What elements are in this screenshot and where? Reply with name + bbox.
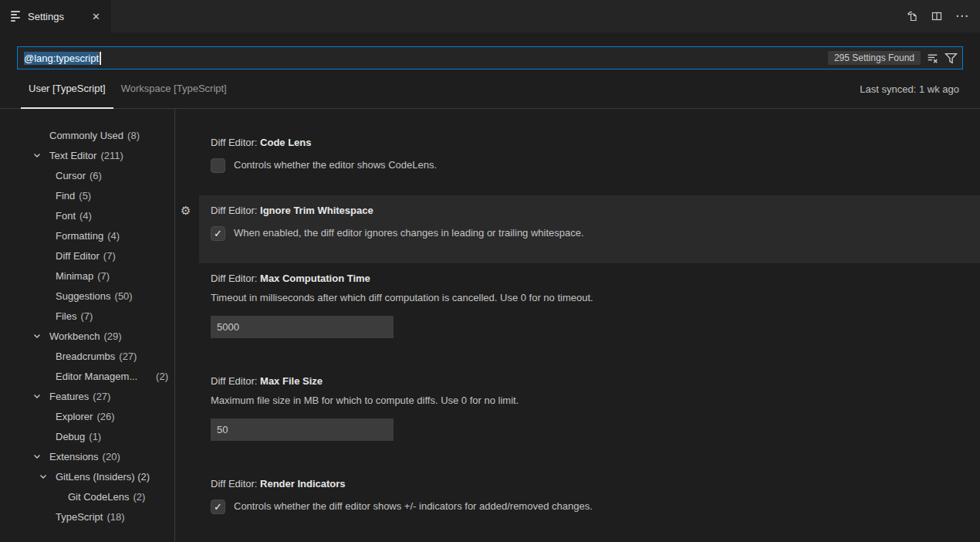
toc-item[interactable]: Features(27) (0, 386, 170, 406)
chevron-down-icon (32, 391, 49, 401)
setting-name: Ignore Trim Whitespace (260, 205, 373, 216)
toc-item[interactable]: Extensions(20) (0, 446, 170, 466)
checkbox-unchecked[interactable] (211, 158, 225, 173)
toc-item-label: GitLens (Insiders) (2) (56, 471, 150, 483)
setting-title: Diff Editor: Render Indicators (211, 476, 961, 492)
toc-item-label: Diff Editor (56, 250, 100, 262)
toc-item-count: (4) (79, 210, 92, 222)
close-icon[interactable]: ✕ (89, 9, 103, 24)
toc-item[interactable]: Suggestions(50) (0, 286, 170, 306)
toc-item[interactable]: Breadcrumbs(27) (0, 346, 170, 366)
toc-item[interactable]: Diff Editor(7) (0, 246, 170, 266)
toc-item[interactable]: Commonly Used(8) (0, 125, 170, 145)
scope-tab[interactable]: Workspace [TypeScript] (113, 69, 235, 109)
scope-tab[interactable]: User [TypeScript] (21, 69, 113, 109)
open-settings-json-icon[interactable] (906, 10, 918, 22)
toc-item[interactable]: Git CodeLens(2) (0, 486, 170, 506)
setting-category: Diff Editor: (211, 375, 260, 387)
setting-value-input[interactable] (211, 316, 394, 338)
toc-item[interactable]: Workbench(29) (0, 326, 170, 346)
toc-item[interactable]: Find(5) (0, 185, 170, 205)
toc-item-count: (50) (115, 290, 133, 302)
settings-editor: Settings ✕ ⋯ (0, 0, 980, 542)
toc-item[interactable]: GitLens (Insiders) (2) (0, 466, 170, 486)
search-controls: 295 Settings Found (828, 51, 958, 65)
tab-settings[interactable]: Settings ✕ (0, 0, 111, 32)
toc-item-count: (7) (97, 270, 110, 282)
setting-name: Max File Size (260, 375, 323, 387)
setting-category: Diff Editor: (211, 273, 260, 284)
toc-item-label: Debug (56, 431, 85, 442)
setting-description: Timeout in milliseconds after which diff… (211, 290, 961, 306)
setting-name: Code Lens (260, 137, 311, 148)
toc-item[interactable]: TypeScript(18) (0, 506, 170, 527)
filter-icon[interactable] (945, 52, 958, 65)
setting-control-line: ✓When enabled, the diff editor ignores c… (211, 225, 961, 241)
setting-row: Diff Editor: Code LensControls whether t… (199, 127, 980, 195)
toc-item-label: Find (56, 190, 75, 202)
toc-item-label: TypeScript (56, 511, 103, 523)
toc-item[interactable]: Font(4) (0, 205, 170, 225)
toc-item[interactable]: Explorer(26) (0, 406, 170, 426)
toc-item-label: Workbench (49, 330, 100, 342)
toc-item-count: (4) (107, 230, 120, 242)
toc-item-label: Extensions (49, 451, 99, 462)
toc-item-label: Formatting (56, 230, 103, 242)
setting-description: Maximum file size in MB for which to com… (211, 393, 961, 408)
checkbox-checked[interactable]: ✓ (211, 226, 225, 241)
gear-icon[interactable]: ⚙ (181, 205, 191, 216)
toc-item-label: Minimap (56, 270, 93, 282)
setting-name: Render Indicators (260, 478, 346, 489)
settings-editor-icon (11, 11, 22, 22)
toc-item-label: Cursor (56, 170, 86, 181)
toc-item[interactable]: Debug(1) (0, 426, 170, 446)
toc-item-label: Text Editor (49, 150, 96, 161)
editor-tab-bar: Settings ✕ ⋯ (0, 0, 980, 32)
setting-row: ⚙Diff Editor: Ignore Trim Whitespace✓Whe… (199, 195, 980, 263)
toc-item-label: Files (56, 310, 76, 322)
chevron-down-icon (39, 472, 56, 481)
toc-item-count: (2) (133, 491, 146, 503)
toc-item[interactable]: Cursor(6) (0, 165, 170, 185)
toc-item[interactable]: Files(7) (0, 306, 170, 326)
search-input[interactable]: @lang:typescript 295 Settings Found (17, 46, 963, 69)
toc-item-label: Explorer (56, 411, 93, 422)
setting-category: Diff Editor: (211, 478, 260, 489)
search-row: @lang:typescript 295 Settings Found (0, 32, 980, 69)
clear-filters-icon[interactable] (926, 52, 939, 65)
setting-description: Controls whether the editor shows CodeLe… (234, 158, 437, 173)
toc-item-count: (18) (106, 511, 124, 523)
toc-item[interactable]: Editor Managem...(2) (0, 366, 170, 386)
toc-item-count: (7) (80, 310, 93, 322)
toc-item-label: Git CodeLens (68, 491, 130, 503)
settings-body: Commonly Used(8)Text Editor(211)Cursor(6… (0, 109, 980, 542)
toc-item-label: Suggestions (56, 290, 111, 302)
setting-control-line: ✓Controls whether the diff editor shows … (211, 499, 961, 514)
setting-name: Max Computation Time (260, 273, 370, 284)
checkbox-checked[interactable]: ✓ (211, 500, 225, 514)
toc-item-count: (6) (90, 170, 102, 181)
chevron-down-icon (32, 331, 49, 340)
setting-control-line: Controls whether the editor shows CodeLe… (211, 158, 961, 173)
toc-item[interactable]: Text Editor(211) (0, 145, 170, 165)
split-editor-icon[interactable] (931, 10, 943, 22)
results-count-badge: 295 Settings Found (828, 51, 921, 65)
setting-category: Diff Editor: (211, 137, 260, 148)
text-caret (100, 52, 101, 65)
more-actions-icon[interactable]: ⋯ (955, 10, 969, 22)
setting-value-input[interactable] (211, 418, 394, 441)
toc-item-label: Features (49, 391, 89, 402)
setting-title: Diff Editor: Max Computation Time (211, 271, 961, 286)
search-value: @lang:typescript (24, 52, 822, 65)
scope-tabs: User [TypeScript]Workspace [TypeScript] (21, 69, 235, 108)
setting-title: Diff Editor: Max File Size (211, 374, 961, 389)
chevron-down-icon (32, 151, 49, 160)
setting-category: Diff Editor: (211, 205, 260, 216)
chevron-down-icon (32, 452, 49, 461)
toc-item[interactable]: Minimap(7) (0, 266, 170, 286)
settings-scope-row: User [TypeScript]Workspace [TypeScript] … (0, 69, 980, 109)
toc-item[interactable]: Formatting(4) (0, 225, 170, 246)
editor-actions: ⋯ (906, 0, 969, 32)
toc-item-count: (20) (103, 451, 120, 462)
toc-item-label: Commonly Used (49, 130, 123, 141)
